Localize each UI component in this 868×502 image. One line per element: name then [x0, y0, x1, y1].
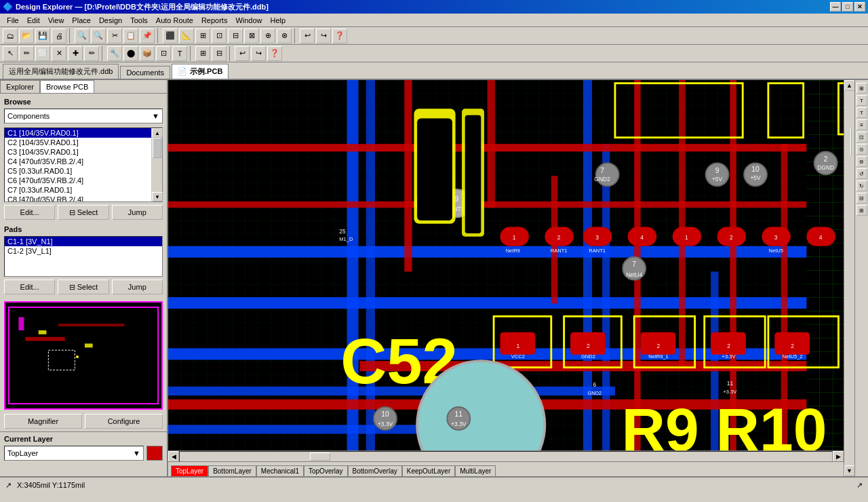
pad-item-1[interactable]: C1-2 [3V_L1] [5, 246, 162, 256]
tb2-undo[interactable]: ↩ [235, 46, 250, 61]
jump-comp-button[interactable]: Jump [112, 205, 163, 220]
tb-b8[interactable]: ⊗ [277, 28, 292, 43]
scroll-down-btn[interactable]: ▼ [152, 192, 163, 201]
menu-design[interactable]: Design [95, 15, 126, 26]
tb-new[interactable]: 🗂 [3, 28, 18, 43]
comp-item-3[interactable]: C4 [470uf/35V.RB.2/.4] [5, 157, 151, 166]
tb2-help2[interactable]: ❓ [267, 46, 282, 61]
tb-paste[interactable]: 📌 [140, 28, 155, 43]
tb-print[interactable]: 🖨 [52, 28, 66, 43]
tb-save[interactable]: 💾 [35, 28, 50, 43]
menu-view[interactable]: View [44, 15, 68, 26]
tb2-text[interactable]: T [172, 46, 187, 61]
v-scroll-down[interactable]: ▼ [844, 465, 855, 476]
tb-b4[interactable]: ⊡ [212, 28, 226, 43]
tb-zoomin[interactable]: 🔍 [75, 28, 90, 43]
scroll-thumb[interactable] [153, 138, 161, 158]
tb2-edit[interactable]: ✏ [84, 46, 99, 61]
tb2-add[interactable]: ✚ [68, 46, 83, 61]
menu-help[interactable]: Help [267, 15, 290, 26]
tb2-align[interactable]: ⊞ [195, 46, 210, 61]
tb2-select[interactable]: ↖ [3, 46, 18, 61]
rt-btn-2[interactable]: T [856, 107, 867, 118]
browse-dropdown[interactable]: Components ▼ [4, 109, 163, 123]
menu-autoroute[interactable]: Auto Route [152, 15, 197, 26]
rt-btn-3[interactable]: ≡ [856, 119, 867, 130]
close-button[interactable]: ✕ [854, 2, 865, 12]
tb-zoomout[interactable]: 🔍 [91, 28, 106, 43]
comp-item-4[interactable]: C5 [0.33uf.RAD0.1] [5, 166, 151, 176]
rt-btn-1[interactable]: T [856, 95, 867, 106]
menu-window[interactable]: Window [231, 15, 266, 26]
v-scroll-up[interactable]: ▲ [844, 80, 855, 91]
component-list-scrollbar[interactable]: ▲ ▼ [151, 128, 162, 201]
rt-btn-6[interactable]: ⊚ [856, 156, 867, 167]
tb-b10[interactable]: ↪ [316, 28, 331, 43]
tb2-pad[interactable]: ⊡ [156, 46, 171, 61]
rt-btn-8[interactable]: ↻ [856, 180, 867, 191]
layer-tab-bottomoverlay[interactable]: BottomOverlay [348, 465, 402, 476]
tb-help[interactable]: ❓ [332, 28, 347, 43]
h-scroll-right[interactable]: ▶ [833, 451, 844, 462]
rt-btn-5[interactable]: ⊙ [856, 144, 867, 155]
layer-tab-mech1[interactable]: Mechanical1 [256, 465, 304, 476]
tb2-redo[interactable]: ↪ [251, 46, 266, 61]
comp-item-7[interactable]: C8 [470uf/35V.RB.2/.4] [5, 195, 151, 201]
tb-b7[interactable]: ⊕ [260, 28, 275, 43]
h-scroll-thumb[interactable] [310, 452, 330, 461]
edit-pad-button[interactable]: Edit... [4, 279, 55, 294]
tb-copy[interactable]: 📋 [123, 28, 138, 43]
tab-documents[interactable]: Documents [120, 66, 170, 79]
jump-pad-button[interactable]: Jump [112, 279, 163, 294]
h-scroll-left[interactable]: ◀ [168, 451, 179, 462]
comp-item-1[interactable]: C2 [104/35V.RAD0.1] [5, 138, 151, 147]
edit-comp-button[interactable]: Edit... [4, 205, 55, 220]
rt-btn-10[interactable]: ⊞ [856, 205, 867, 216]
comp-item-0[interactable]: C1 [104/35V.RAD0.1] [5, 128, 151, 138]
layer-tab-topoverlay[interactable]: TopOverlay [304, 465, 348, 476]
layer-tab-multi[interactable]: MultiLayer [455, 465, 496, 476]
magnifier-button[interactable]: Magnifier [4, 414, 82, 429]
layer-color-swatch[interactable] [146, 446, 163, 461]
tb-b2[interactable]: 📐 [179, 28, 194, 43]
pcb-canvas[interactable]: C52 R9 R10 [168, 80, 844, 450]
tab-pcb[interactable]: 📄 示例.PCB [172, 64, 229, 79]
tb2-comp[interactable]: 📦 [140, 46, 155, 61]
tb2-grid[interactable]: ⊟ [212, 46, 226, 61]
layer-select[interactable]: TopLayer ▼ [4, 446, 144, 461]
layer-tab-bottom[interactable]: BottomLayer [208, 465, 256, 476]
comp-item-2[interactable]: C3 [104/35V.RAD0.1] [5, 147, 151, 157]
menu-reports[interactable]: Reports [197, 15, 232, 26]
tb2-rect[interactable]: ⬜ [35, 46, 50, 61]
minimize-button[interactable]: — [830, 2, 841, 12]
pad-item-0[interactable]: C1-1 [3V_N1] [5, 237, 162, 246]
rt-btn-9[interactable]: ⊟ [856, 193, 867, 204]
tb2-wire[interactable]: 🔧 [107, 46, 122, 61]
tb-b5[interactable]: ⊟ [228, 28, 243, 43]
select-comp-button[interactable]: ⊟ Select [58, 205, 108, 220]
explorer-tab[interactable]: Explorer [0, 80, 40, 93]
layer-tab-keepout[interactable]: KeepOutLayer [402, 465, 456, 476]
tb-b1[interactable]: ⬛ [163, 28, 178, 43]
tb-b6[interactable]: ⊠ [244, 28, 259, 43]
h-scroll-track[interactable] [179, 451, 833, 462]
rt-btn-0[interactable]: ⊞ [856, 83, 867, 94]
tb-b9[interactable]: ↩ [300, 28, 315, 43]
tb2-via[interactable]: ⬤ [123, 46, 138, 61]
configure-button[interactable]: Configure [85, 414, 163, 429]
tb2-draw[interactable]: ✏ [19, 46, 34, 61]
tb-b3[interactable]: ⊞ [195, 28, 210, 43]
browse-pcb-tab[interactable]: Browse PCB [40, 80, 94, 93]
comp-item-5[interactable]: C6 [470uf/35V.RB.2/.4] [5, 176, 151, 185]
menu-place[interactable]: Place [68, 15, 95, 26]
rt-btn-4[interactable]: ⊡ [856, 132, 867, 142]
scroll-up-btn[interactable]: ▲ [152, 128, 163, 138]
v-scroll-thumb[interactable] [850, 128, 852, 155]
menu-edit[interactable]: Edit [23, 15, 44, 26]
tab-ddb[interactable]: 运用全局编辑功能修改元件.ddb [3, 64, 119, 79]
comp-item-6[interactable]: C7 [0.33uf.RAD0.1] [5, 185, 151, 195]
menu-file[interactable]: File [3, 15, 23, 26]
tb2-del[interactable]: ✕ [52, 46, 66, 61]
menu-tools[interactable]: Tools [126, 15, 152, 26]
layer-tab-top[interactable]: TopLayer [171, 465, 208, 476]
